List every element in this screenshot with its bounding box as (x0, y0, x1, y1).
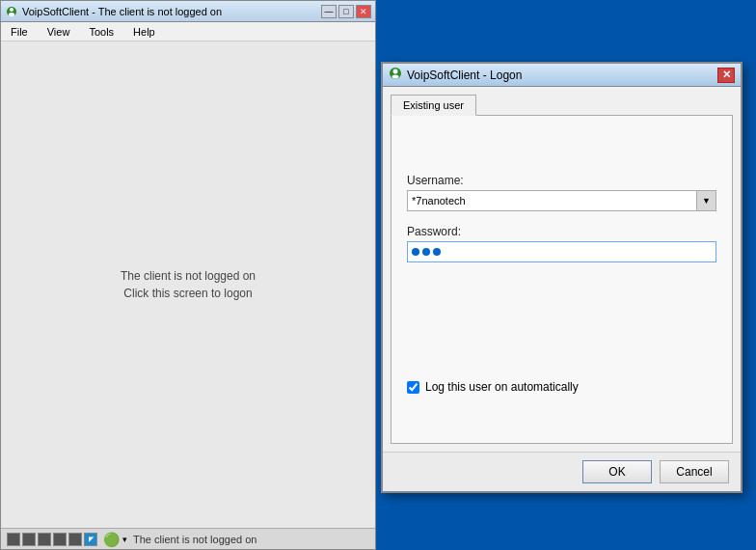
status-icon-5 (68, 533, 82, 546)
password-display[interactable] (407, 241, 716, 262)
password-group: Password: (407, 225, 716, 262)
menu-file[interactable]: File (7, 24, 32, 40)
username-dropdown-button[interactable]: ▼ (697, 190, 716, 211)
autologon-label[interactable]: Log this user on automatically (425, 380, 579, 394)
dialog-close-button[interactable]: ✕ (717, 68, 735, 83)
username-input-row: ▼ (407, 190, 716, 211)
main-title-buttons: — □ ✕ (321, 5, 371, 18)
cancel-button[interactable]: Cancel (660, 460, 729, 483)
pwd-dot-1 (412, 248, 419, 256)
main-title-bar: VoipSoftClient - The client is not logge… (1, 1, 375, 22)
pwd-dot-2 (422, 248, 430, 256)
svg-point-2 (9, 13, 14, 16)
main-window-icon (5, 5, 18, 18)
pwd-dot-3 (433, 248, 441, 256)
svg-point-1 (10, 8, 14, 12)
dialog-icon (389, 67, 402, 83)
svg-point-4 (393, 69, 398, 74)
username-input[interactable] (407, 190, 697, 211)
not-logged-in-line2: Click this screen to logon (123, 287, 252, 300)
network-icon: ◤ (84, 533, 97, 546)
menu-bar: File View Tools Help (1, 22, 375, 41)
dialog-body: Existing user Username: ▼ Password: (383, 87, 741, 452)
status-icon-1 (7, 533, 20, 546)
main-content[interactable]: The client is not logged on Click this s… (1, 41, 375, 528)
status-icon-3 (38, 533, 51, 546)
svg-point-5 (392, 75, 399, 79)
status-icon-4 (53, 533, 67, 546)
tab-existing-user[interactable]: Existing user (391, 95, 476, 116)
menu-tools[interactable]: Tools (85, 24, 118, 40)
menu-view[interactable]: View (43, 24, 74, 40)
status-text: The client is not logged on (133, 534, 256, 545)
close-button[interactable]: ✕ (356, 5, 371, 18)
logon-dialog: VoipSoftClient - Logon ✕ Existing user U… (381, 62, 742, 493)
password-dots (408, 248, 445, 256)
not-logged-in-line1: The client is not logged on (121, 269, 256, 283)
status-voip-icon: 🟢 (103, 532, 120, 547)
dialog-title: VoipSoftClient - Logon (407, 69, 713, 82)
tab-content: Username: ▼ Password: (391, 116, 733, 444)
status-extra: 🟢 ▾ (103, 532, 127, 547)
username-label: Username: (407, 174, 716, 187)
status-icons: ◤ (7, 533, 97, 546)
menu-help[interactable]: Help (129, 24, 159, 40)
dialog-footer: OK Cancel (383, 452, 741, 491)
autologon-checkbox[interactable] (407, 381, 419, 394)
tab-bar: Existing user (391, 95, 733, 116)
main-window: VoipSoftClient - The client is not logge… (0, 0, 376, 550)
autologon-row: Log this user on automatically (407, 380, 716, 394)
status-bar: ◤ 🟢 ▾ The client is not logged on (1, 528, 375, 549)
restore-button[interactable]: □ (338, 5, 354, 18)
password-label: Password: (407, 225, 716, 238)
ok-button[interactable]: OK (582, 460, 652, 483)
status-arrow: ▾ (122, 535, 127, 544)
main-window-title: VoipSoftClient - The client is not logge… (22, 6, 317, 17)
minimize-button[interactable]: — (321, 5, 337, 18)
username-group: Username: ▼ (407, 174, 716, 211)
dialog-title-bar: VoipSoftClient - Logon ✕ (383, 64, 741, 87)
status-icon-2 (22, 533, 36, 546)
